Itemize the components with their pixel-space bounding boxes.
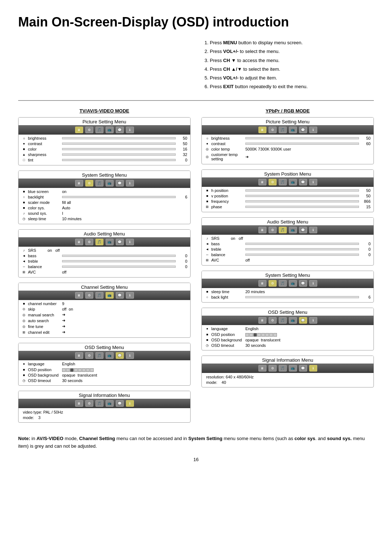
menu-row: ⊙ skip off on <box>21 307 187 312</box>
row-arrow: ➜ <box>62 312 65 317</box>
row-bar <box>245 143 359 145</box>
row-text: 5000K 7300K 9300K user <box>245 147 291 151</box>
row-label: AVC <box>28 270 61 274</box>
row-icon: ♪ <box>205 236 210 241</box>
row-bar <box>62 148 176 150</box>
row-arrow: ➜ <box>62 324 65 329</box>
menu-row: ◄ bass 0 <box>21 253 187 259</box>
row-text: I <box>62 211 63 216</box>
row-icon: ↔ <box>21 264 26 269</box>
menu-row: ■ h position 50 <box>205 188 371 193</box>
row-bar <box>62 159 176 161</box>
row-value: 0 <box>360 247 371 251</box>
row-icon: ◄ <box>205 242 210 246</box>
row-label: OSD background <box>211 338 244 342</box>
menu-box: Audio Setting Menu🖥⚙🎵📺💬ℹ ♪ SRS on off ◄ … <box>201 217 374 266</box>
row-bar <box>62 260 176 262</box>
row-plain-label: mode: <box>205 380 217 385</box>
menu-row: ◄ treble 0 <box>205 247 371 252</box>
menu-row: ■ blue screen on <box>21 189 187 194</box>
menu-row: ♪ sound sys. I <box>21 211 187 216</box>
row-label: sleep time <box>211 290 244 294</box>
row-plain-text: video type: PAL / 50Hz <box>21 410 63 414</box>
row-label: sound sys. <box>28 211 61 216</box>
row-value: 50 <box>360 188 371 193</box>
row-label: sleep time <box>28 217 61 221</box>
menu-title: Picture Setting Menu <box>19 118 190 125</box>
row-label: auto search <box>28 319 61 323</box>
row-icon: ◷ <box>21 217 26 221</box>
menu-row: video type: PAL / 50Hz <box>21 409 187 415</box>
right-col-header: YPbPr / RGB MODE <box>201 108 374 114</box>
menu-row: ● contrast 50 <box>21 141 187 147</box>
menu-title: Audio Setting Menu <box>19 230 190 237</box>
row-value: 6 <box>360 295 371 299</box>
row-bar <box>245 254 359 256</box>
row-label: treble <box>211 247 244 251</box>
row-icon: ⊙ <box>21 307 26 311</box>
row-icon: ■ <box>205 332 210 337</box>
page-title: Main On-Screen-Display (OSD) introductio… <box>18 15 374 29</box>
menu-title: OSD Setting Menu <box>19 343 190 351</box>
row-label: fine tune <box>28 324 61 329</box>
row-icon: ■ <box>205 199 210 204</box>
row-text: off <box>245 258 250 262</box>
row-label: tint <box>28 158 61 162</box>
row-bar <box>62 266 176 268</box>
row-label: channel number <box>28 301 61 306</box>
row-plain-value: 3 <box>38 415 41 420</box>
row-icon: ◎ <box>21 324 26 329</box>
menu-row: ◄ bass 0 <box>205 241 371 247</box>
row-icon: □ <box>21 158 26 162</box>
row-value: 0 <box>177 254 187 258</box>
row-label: customer temp setting <box>211 152 244 161</box>
row-text: English <box>245 327 258 331</box>
menu-row: □ tint 0 <box>21 157 187 163</box>
row-label: sharpness <box>28 152 61 157</box>
row-text: English <box>62 362 75 366</box>
menu-row: ○ backlight 6 <box>21 194 187 200</box>
row-bar <box>62 153 176 156</box>
menu-row: ■ scaler mode fill all <box>21 200 187 205</box>
row-icon: ⊞ <box>205 205 210 209</box>
row-icon: ● <box>21 141 26 146</box>
row-icon: ■ <box>21 147 26 151</box>
row-label: bass <box>28 254 61 258</box>
menu-row: ☼ brightness 50 <box>205 136 371 141</box>
menu-title: OSD Setting Menu <box>202 308 373 316</box>
row-label: skip <box>28 307 61 311</box>
row-icon: ☼ <box>205 136 210 140</box>
row-bar <box>245 206 359 208</box>
row-label: brightness <box>211 136 244 140</box>
row-label: frequency <box>211 199 244 204</box>
row-arrow: ➜ <box>245 155 249 159</box>
row-label: blue screen <box>28 189 61 194</box>
menu-row: ♪ SRS on off <box>205 236 371 241</box>
main-content: TV/AV/S-VIDEO MODE Picture Setting Menu🖥… <box>18 108 374 428</box>
menu-title: System Position Menu <box>202 170 373 177</box>
menu-box: Signal Information Menu🖥⚙🎵📺💬ℹvideo type:… <box>18 391 191 423</box>
row-icon: ◷ <box>21 378 26 383</box>
menu-row: ● language English <box>205 326 371 332</box>
menu-row: ▲ sharpness 32 <box>21 152 187 157</box>
menu-box: Picture Setting Menu🖥⚙🎵📺💬ℹ ☼ brightness … <box>201 117 374 164</box>
menu-title: Channel Setting Menu <box>19 283 190 291</box>
row-value: 0 <box>360 242 371 246</box>
menu-row: ■ color sys. Auto <box>21 205 187 211</box>
row-bar <box>245 243 359 245</box>
menu-title: Picture Setting Menu <box>202 118 373 125</box>
row-text: on <box>62 189 66 194</box>
row-plain-text: resolution: 640 x 480/60Hz <box>205 375 254 379</box>
row-icon: ☼ <box>21 136 26 140</box>
row-text: 10 minutes <box>62 217 82 221</box>
menu-row: ◎ color temp 5000K 7300K 9300K user <box>205 147 371 152</box>
row-label: contrast <box>211 141 244 146</box>
row-icon: ● <box>205 327 210 331</box>
row-bar <box>62 137 176 139</box>
row-text: off on <box>62 307 73 311</box>
instructions-list: Press MENU button to display menu screen… <box>203 36 374 91</box>
row-label: SRS <box>28 248 46 253</box>
row-label: balance <box>211 253 244 257</box>
right-column: YPbPr / RGB MODE Picture Setting Menu🖥⚙🎵… <box>201 108 374 428</box>
row-text: off <box>62 270 66 274</box>
